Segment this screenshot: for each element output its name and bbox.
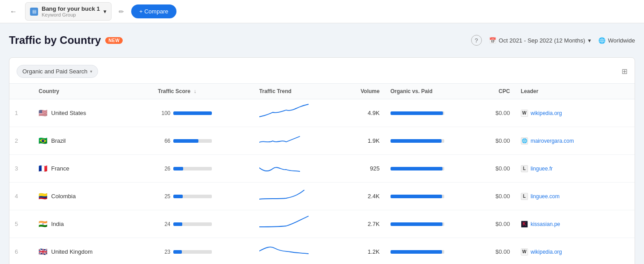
traffic-bar-fill <box>173 111 212 115</box>
organic-bar-fill <box>391 222 442 226</box>
country-name: India <box>51 221 64 227</box>
leader-header: Leader <box>515 84 635 99</box>
traffic-score-cell: 26 <box>153 155 254 183</box>
leader-cell: L linguee.com <box>515 183 635 210</box>
traffic-bar-background <box>173 195 212 198</box>
traffic-score-cell: 24 <box>153 210 254 238</box>
leader-cell: K kissasian.pe <box>515 210 635 238</box>
leader-link[interactable]: linguee.com <box>531 193 560 200</box>
organic-vs-paid-cell <box>385 183 471 210</box>
traffic-bar-background <box>173 111 212 115</box>
country-header: Country <box>33 84 152 99</box>
organic-bar-background <box>391 139 444 143</box>
country-cell: 🇫🇷France <box>33 155 152 183</box>
filter-chevron-icon: ▾ <box>90 69 92 74</box>
organic-bar-background <box>391 250 444 254</box>
traffic-trend-cell <box>254 99 337 127</box>
worldwide-button[interactable]: 🌐 Worldwide <box>598 37 635 44</box>
card-toolbar: Organic and Paid Search ▾ ⊞ <box>9 58 635 78</box>
traffic-trend-cell <box>254 238 337 264</box>
table-row: 6🇬🇧United Kingdom 23 1.2K $0.00 W wikipe… <box>9 238 635 264</box>
leader-link[interactable]: kissasian.pe <box>531 221 560 227</box>
country-name: France <box>51 165 69 172</box>
edit-button[interactable]: ✏ <box>117 6 126 17</box>
back-button[interactable]: ← <box>7 5 20 18</box>
country-name: United States <box>51 110 86 116</box>
traffic-bar-fill <box>173 222 183 226</box>
date-range-button[interactable]: 📅 Oct 2021 - Sep 2022 (12 Months) ▾ <box>489 37 591 44</box>
organic-vs-paid-header: Organic vs. Paid <box>385 84 471 99</box>
flag-icon: 🇫🇷 <box>39 164 47 173</box>
country-cell: 🇬🇧United Kingdom <box>33 238 152 264</box>
keyword-group-sub: Keyword Group <box>42 12 100 17</box>
table-row: 4🇨🇴Colombia 25 2.4K $0.00 L linguee.com <box>9 183 635 210</box>
back-icon: ← <box>10 8 17 16</box>
cpc-cell: $0.00 <box>471 127 515 155</box>
sparkline-chart <box>259 159 309 177</box>
organic-vs-paid-cell <box>385 99 471 127</box>
keyword-group-icon: ▤ <box>30 8 38 16</box>
organic-vs-paid-cell <box>385 210 471 238</box>
keyword-group-info: Bang for your buck 1 Keyword Group <box>42 5 100 17</box>
traffic-score-cell: 66 <box>153 127 254 155</box>
edit-icon: ✏ <box>119 8 124 15</box>
new-badge: NEW <box>105 37 123 44</box>
question-mark-icon: ? <box>475 37 478 44</box>
traffic-score-header[interactable]: Traffic Score ↓ <box>153 84 254 99</box>
traffic-bar-background <box>173 139 212 143</box>
cpc-header: CPC <box>471 84 515 99</box>
table-row: 1🇺🇸United States 100 4.9K $0.00 W wikipe… <box>9 99 635 127</box>
leader-favicon: L <box>521 193 528 200</box>
compare-button[interactable]: + Compare <box>131 4 176 18</box>
score-value: 26 <box>158 166 171 172</box>
leader-link[interactable]: wikipedia.org <box>531 110 562 116</box>
traffic-bar-fill <box>173 167 183 170</box>
volume-cell: 2.7K <box>337 210 385 238</box>
page-title-right: ? 📅 Oct 2021 - Sep 2022 (12 Months) ▾ 🌐 … <box>471 35 635 46</box>
organic-bar-background <box>391 222 444 226</box>
traffic-bar-background <box>173 250 212 254</box>
table-row: 5🇮🇳India 24 2.7K $0.00 K kissasian.pe <box>9 210 635 238</box>
cpc-cell: $0.00 <box>471 238 515 264</box>
table-row: 3🇫🇷France 26 925 $0.00 L linguee.fr <box>9 155 635 183</box>
country-name: Brazil <box>51 137 66 144</box>
score-value: 25 <box>158 193 171 200</box>
flag-icon: 🇮🇳 <box>39 220 47 228</box>
traffic-bar-fill <box>173 195 183 198</box>
organic-bar-fill <box>391 250 442 254</box>
leader-link[interactable]: mairovergara.com <box>531 138 574 144</box>
score-value: 66 <box>158 138 171 144</box>
traffic-trend-cell <box>254 183 337 210</box>
score-value: 23 <box>158 249 171 255</box>
volume-cell: 2.4K <box>337 183 385 210</box>
rank-cell: 5 <box>9 210 33 238</box>
rank-cell: 4 <box>9 183 33 210</box>
leader-favicon: W <box>521 248 528 255</box>
page-wrapper: Traffic by Country NEW ? 📅 Oct 2021 - Se… <box>0 23 644 264</box>
leader-favicon: K <box>521 221 528 228</box>
leader-link[interactable]: wikipedia.org <box>531 249 562 255</box>
rank-cell: 6 <box>9 238 33 264</box>
traffic-score-cell: 25 <box>153 183 254 210</box>
flag-icon: 🇺🇸 <box>39 109 47 117</box>
data-table: Country Traffic Score ↓ Traffic Trend Vo… <box>9 83 635 264</box>
flag-icon: 🇨🇴 <box>39 192 47 200</box>
volume-cell: 1.2K <box>337 238 385 264</box>
keyword-group-tag[interactable]: ▤ Bang for your buck 1 Keyword Group ▾ <box>25 2 112 21</box>
leader-link[interactable]: linguee.fr <box>531 166 553 172</box>
calendar-icon: 📅 <box>489 37 496 44</box>
flag-icon: 🇬🇧 <box>39 247 47 256</box>
leader-favicon: 🌐 <box>521 137 528 145</box>
rank-header <box>9 84 33 99</box>
leader-cell: L linguee.fr <box>515 155 635 183</box>
traffic-bar-fill <box>173 139 199 143</box>
country-cell: 🇺🇸United States <box>33 99 152 127</box>
filter-button[interactable]: Organic and Paid Search ▾ <box>17 65 98 78</box>
export-icon[interactable]: ⊞ <box>622 67 627 76</box>
leader-favicon: W <box>521 110 528 117</box>
help-icon[interactable]: ? <box>471 35 482 46</box>
organic-bar-background <box>391 111 444 115</box>
traffic-score-cell: 100 <box>153 99 254 127</box>
dropdown-chevron-icon: ▾ <box>103 8 107 15</box>
page-title: Traffic by Country <box>9 34 101 47</box>
